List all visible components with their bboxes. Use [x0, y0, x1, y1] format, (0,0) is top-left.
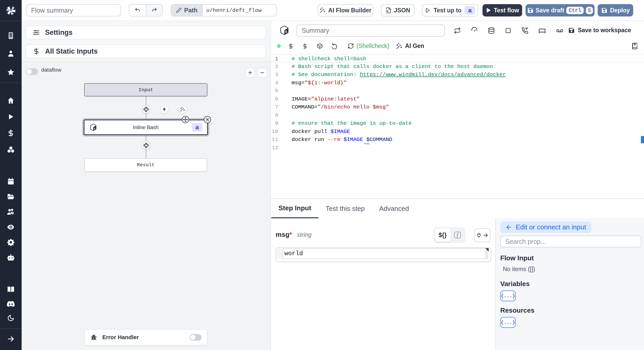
svg-text:$: $ [285, 30, 287, 34]
